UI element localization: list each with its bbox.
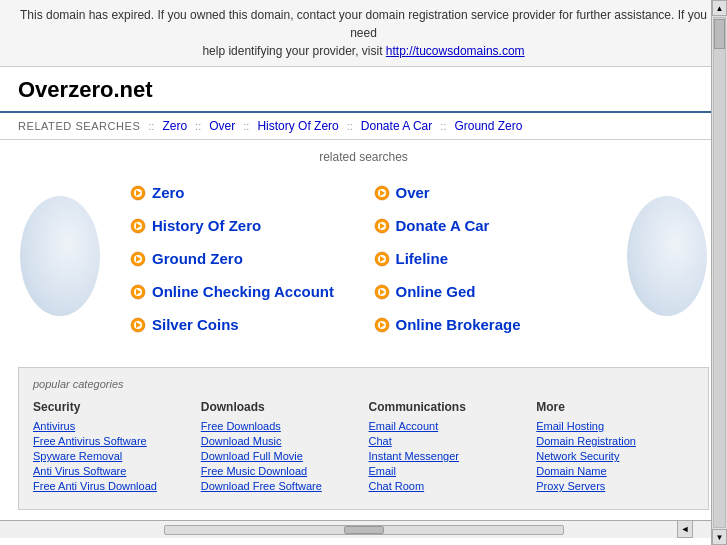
list-item: Online Checking Account (120, 275, 364, 308)
banner-text2: help identifying your provider, visit (202, 44, 385, 58)
arrow-icon (130, 185, 146, 201)
category-heading-security: Security (33, 400, 191, 414)
search-link-lifeline[interactable]: Lifeline (396, 250, 449, 267)
popular-categories: popular categories Security Antivirus Fr… (18, 367, 709, 510)
arrow-icon (130, 251, 146, 267)
arrow-icon (374, 185, 390, 201)
arrow-icon (130, 218, 146, 234)
list-item: Zero (120, 176, 364, 209)
cat-link[interactable]: Download Free Software (201, 480, 359, 492)
cat-link[interactable]: Email Account (369, 420, 527, 432)
cat-link[interactable]: Email (369, 465, 527, 477)
search-links-area: related searches Zero Over (110, 140, 617, 351)
bottom-scrollbar: ◄ ► (0, 520, 727, 538)
expired-banner: This domain has expired. If you owned th… (0, 0, 727, 67)
site-title: Overzero.net (0, 67, 727, 113)
deco-right (617, 140, 717, 351)
right-circle (627, 196, 707, 316)
arrow-icon (130, 284, 146, 300)
cat-link[interactable]: Proxy Servers (536, 480, 694, 492)
right-scrollbar: ▲ ▼ (711, 0, 727, 538)
category-communications: Communications Email Account Chat Instan… (369, 400, 527, 495)
cat-link[interactable]: Chat Room (369, 480, 527, 492)
category-downloads: Downloads Free Downloads Download Music … (201, 400, 359, 495)
main-content: related searches Zero Over (0, 140, 727, 351)
cat-link[interactable]: Antivirus (33, 420, 191, 432)
scroll-left-button[interactable]: ◄ (677, 520, 693, 538)
search-link-history-zero[interactable]: History Of Zero (152, 217, 261, 234)
list-item: Online Ged (364, 275, 608, 308)
related-bar-link-zero[interactable]: Zero (162, 119, 187, 133)
list-item: Silver Coins (120, 308, 364, 341)
scrollbar-thumb[interactable] (344, 526, 384, 534)
scrollbar-track[interactable] (164, 525, 564, 535)
category-heading-downloads: Downloads (201, 400, 359, 414)
search-link-donate-car[interactable]: Donate A Car (396, 217, 490, 234)
search-links-title: related searches (120, 150, 607, 164)
cat-link[interactable]: Free Music Download (201, 465, 359, 477)
search-link-over[interactable]: Over (396, 184, 430, 201)
category-heading-more: More (536, 400, 694, 414)
cat-link[interactable]: Free Anti Virus Download (33, 480, 191, 492)
vscroll-thumb[interactable] (714, 19, 725, 49)
arrow-icon (130, 317, 146, 333)
related-bar-link-over[interactable]: Over (209, 119, 235, 133)
list-item: History Of Zero (120, 209, 364, 242)
list-item: Donate A Car (364, 209, 608, 242)
related-searches-bar: RELATED SEARCHES :: Zero :: Over :: Hist… (0, 113, 727, 140)
banner-link[interactable]: http://tucowsdomains.com (386, 44, 525, 58)
list-item: Over (364, 176, 608, 209)
arrow-icon (374, 284, 390, 300)
arrow-icon (374, 251, 390, 267)
cat-link[interactable]: Domain Name (536, 465, 694, 477)
cat-link[interactable]: Network Security (536, 450, 694, 462)
banner-text1: This domain has expired. If you owned th… (20, 8, 707, 40)
list-item: Online Brokerage (364, 308, 608, 341)
sep1: :: (148, 120, 154, 132)
popular-title: popular categories (33, 378, 694, 390)
search-link-online-checking[interactable]: Online Checking Account (152, 283, 334, 300)
cat-link[interactable]: Download Music (201, 435, 359, 447)
cat-link[interactable]: Free Downloads (201, 420, 359, 432)
cat-link[interactable]: Email Hosting (536, 420, 694, 432)
left-circle (20, 196, 100, 316)
category-more: More Email Hosting Domain Registration N… (536, 400, 694, 495)
list-item: Lifeline (364, 242, 608, 275)
related-bar-link-donate[interactable]: Donate A Car (361, 119, 432, 133)
related-searches-label: RELATED SEARCHES (18, 120, 140, 132)
categories-grid: Security Antivirus Free Antivirus Softwa… (33, 400, 694, 495)
search-link-online-ged[interactable]: Online Ged (396, 283, 476, 300)
deco-left (10, 140, 110, 351)
related-bar-link-history[interactable]: History Of Zero (257, 119, 338, 133)
search-link-silver-coins[interactable]: Silver Coins (152, 316, 239, 333)
arrow-icon (374, 317, 390, 333)
cat-link[interactable]: Anti Virus Software (33, 465, 191, 477)
cat-link[interactable]: Domain Registration (536, 435, 694, 447)
vscroll-track[interactable] (713, 17, 726, 528)
scroll-down-button[interactable]: ▼ (712, 529, 727, 538)
cat-link[interactable]: Free Antivirus Software (33, 435, 191, 447)
category-security: Security Antivirus Free Antivirus Softwa… (33, 400, 191, 495)
category-heading-communications: Communications (369, 400, 527, 414)
related-bar-link-ground[interactable]: Ground Zero (454, 119, 522, 133)
arrow-icon (374, 218, 390, 234)
cat-link[interactable]: Spyware Removal (33, 450, 191, 462)
search-link-online-brokerage[interactable]: Online Brokerage (396, 316, 521, 333)
cat-link[interactable]: Download Full Movie (201, 450, 359, 462)
cat-link[interactable]: Chat (369, 435, 527, 447)
search-links-grid: Zero Over History Of Zero (120, 176, 607, 341)
search-link-zero[interactable]: Zero (152, 184, 185, 201)
search-link-ground-zero[interactable]: Ground Zero (152, 250, 243, 267)
cat-link[interactable]: Instant Messenger (369, 450, 527, 462)
scroll-up-button[interactable]: ▲ (712, 0, 727, 16)
list-item: Ground Zero (120, 242, 364, 275)
